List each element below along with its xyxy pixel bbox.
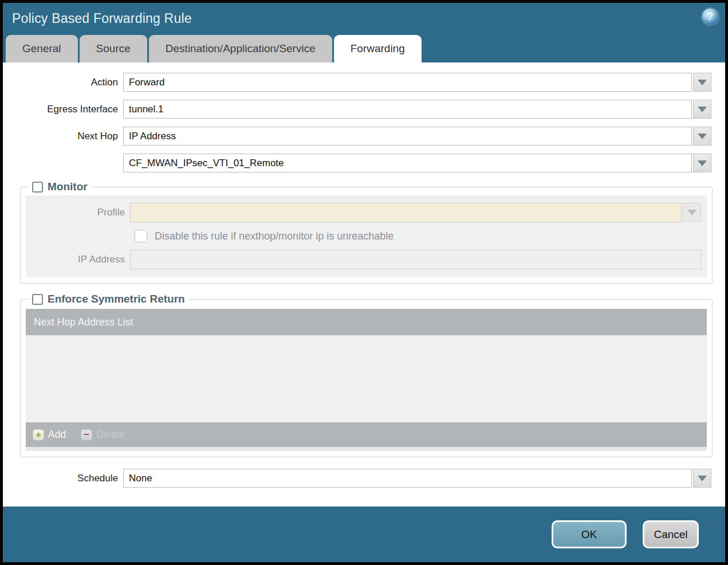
profile-input bbox=[130, 203, 682, 222]
next-hop-type-input[interactable]: IP Address bbox=[123, 127, 692, 146]
next-hop-label: Next Hop bbox=[3, 131, 123, 142]
tab-general[interactable]: General bbox=[6, 35, 78, 62]
forwarding-tab-panel: Action Forward Egress Interface tunnel.1… bbox=[3, 62, 725, 507]
table-header: Next Hop Address List bbox=[26, 309, 707, 335]
symmetric-return-legend-label: Enforce Symmetric Return bbox=[48, 293, 185, 305]
next-hop-address-input[interactable]: CF_MWAN_IPsec_VTI_01_Remote bbox=[123, 154, 692, 172]
delete-button: − Delete bbox=[81, 429, 125, 441]
tab-forwarding[interactable]: Forwarding bbox=[334, 35, 422, 62]
profile-dropdown-button bbox=[683, 203, 701, 222]
tab-destination-application-service[interactable]: Destination/Application/Service bbox=[149, 35, 332, 62]
plus-icon: + bbox=[33, 429, 44, 441]
monitor-panel: Profile Disable this rule if nexthop/mon… bbox=[26, 195, 707, 277]
next-hop-address-dropdown-button[interactable] bbox=[693, 154, 711, 172]
add-button[interactable]: + Add bbox=[33, 429, 66, 441]
chevron-down-icon bbox=[698, 160, 707, 166]
table-footer: + Add − Delete bbox=[26, 422, 707, 447]
monitor-checkbox[interactable] bbox=[32, 182, 43, 193]
schedule-row: Schedule None bbox=[3, 469, 711, 488]
monitor-ip-address-input bbox=[130, 250, 701, 269]
disable-rule-checkbox bbox=[135, 230, 147, 242]
cancel-button[interactable]: Cancel bbox=[643, 520, 699, 548]
profile-row: Profile bbox=[26, 203, 701, 222]
egress-interface-label: Egress Interface bbox=[3, 104, 123, 115]
delete-button-label: Delete bbox=[96, 429, 125, 441]
chevron-down-icon bbox=[698, 107, 707, 112]
monitor-legend: Monitor bbox=[28, 181, 92, 193]
symmetric-return-fieldset: Enforce Symmetric Return Next Hop Addres… bbox=[20, 293, 713, 457]
monitor-ip-address-label: IP Address bbox=[26, 254, 130, 265]
tab-source[interactable]: Source bbox=[80, 35, 147, 62]
symmetric-return-legend: Enforce Symmetric Return bbox=[28, 293, 189, 305]
chevron-down-icon bbox=[698, 134, 707, 139]
action-row: Action Forward bbox=[3, 73, 711, 92]
add-button-label: Add bbox=[48, 429, 66, 441]
dialog-title: Policy Based Forwarding Rule bbox=[12, 11, 192, 26]
monitor-ip-address-row: IP Address bbox=[26, 250, 701, 269]
schedule-input[interactable]: None bbox=[123, 469, 692, 488]
chevron-down-icon bbox=[698, 80, 707, 85]
symmetric-return-checkbox[interactable] bbox=[32, 294, 43, 305]
schedule-label: Schedule bbox=[3, 473, 123, 484]
next-hop-address-row: CF_MWAN_IPsec_VTI_01_Remote bbox=[3, 154, 711, 172]
monitor-legend-label: Monitor bbox=[48, 181, 88, 193]
next-hop-type-dropdown-button[interactable] bbox=[693, 127, 711, 146]
dialog-title-bar: Policy Based Forwarding Rule ? bbox=[3, 3, 725, 34]
egress-interface-dropdown-button[interactable] bbox=[693, 100, 711, 119]
disable-rule-label: Disable this rule if nexthop/monitor ip … bbox=[155, 230, 393, 242]
disable-rule-row: Disable this rule if nexthop/monitor ip … bbox=[135, 230, 701, 242]
help-icon[interactable]: ? bbox=[702, 9, 718, 25]
egress-interface-row: Egress Interface tunnel.1 bbox=[3, 100, 711, 119]
table-bottom-strip bbox=[26, 447, 707, 451]
profile-label: Profile bbox=[26, 207, 130, 218]
minus-icon: − bbox=[81, 429, 92, 441]
action-dropdown-button[interactable] bbox=[693, 73, 711, 92]
next-hop-address-list-table: Next Hop Address List + Add − Delete bbox=[26, 309, 707, 451]
next-hop-row: Next Hop IP Address bbox=[3, 127, 711, 146]
policy-based-forwarding-dialog: Policy Based Forwarding Rule ? General S… bbox=[0, 0, 728, 565]
monitor-fieldset: Monitor Profile Disable this rule if nex… bbox=[20, 181, 713, 284]
action-label: Action bbox=[3, 77, 123, 88]
egress-interface-input[interactable]: tunnel.1 bbox=[123, 100, 692, 119]
schedule-dropdown-button[interactable] bbox=[693, 469, 711, 488]
ok-button[interactable]: OK bbox=[552, 520, 627, 548]
dialog-footer: OK Cancel bbox=[3, 507, 725, 562]
action-input[interactable]: Forward bbox=[123, 73, 692, 92]
chevron-down-icon bbox=[687, 210, 696, 215]
tab-bar: General Source Destination/Application/S… bbox=[3, 34, 725, 62]
table-body[interactable] bbox=[26, 335, 707, 422]
chevron-down-icon bbox=[698, 476, 707, 481]
